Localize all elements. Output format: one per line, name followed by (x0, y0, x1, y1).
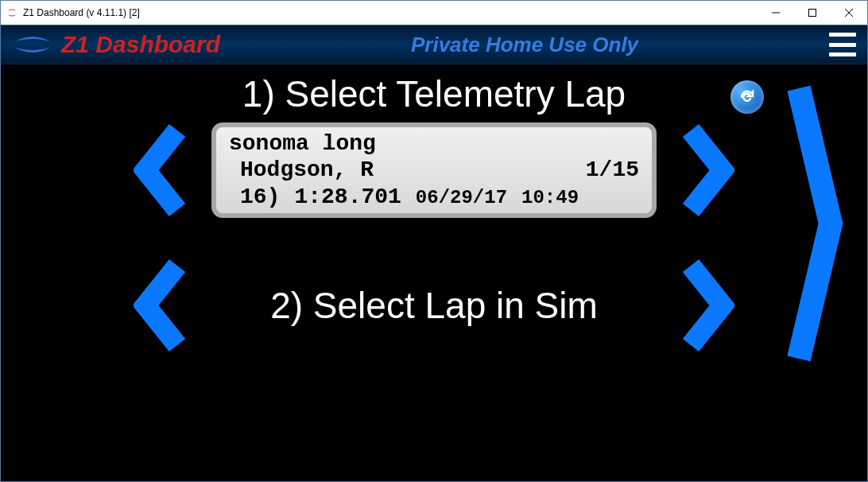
refresh-icon (738, 87, 757, 107)
telemetry-lap-box[interactable]: sonoma long Hodgson, R 1/15 16) 1:28.701… (211, 122, 657, 218)
chevron-left-icon (134, 258, 189, 353)
maximize-button[interactable] (794, 1, 831, 25)
titlebar: Z1 Dashboard (v 4.11.1) [2] (1, 1, 867, 25)
chevron-left-icon (134, 122, 189, 218)
app-icon (6, 6, 18, 19)
close-button[interactable] (831, 1, 867, 25)
lap-time: 1:28.701 (294, 184, 401, 210)
svg-rect-1 (809, 10, 816, 17)
chevron-right-icon (679, 258, 734, 353)
chevron-right-large-icon (781, 80, 845, 367)
logo-icon (12, 33, 53, 56)
page-next-button[interactable] (781, 80, 845, 367)
lap-driver-row: Hodgson, R 1/15 (229, 157, 639, 183)
sim-row: 2) Select Lap in Sim (17, 254, 851, 357)
refresh-button[interactable] (730, 80, 764, 114)
sim-next-button[interactable] (671, 254, 742, 357)
lap-number: 16) (240, 184, 280, 210)
chevron-right-icon (679, 122, 734, 218)
telemetry-prev-button[interactable] (126, 119, 197, 222)
lap-track: sonoma long (229, 130, 639, 157)
app-window: Z1 Dashboard (v 4.11.1) [2] Z1 Dashboard… (0, 0, 868, 482)
lap-time-row: 16) 1:28.701 06/29/17 10:49 (229, 184, 639, 210)
app-title: Z1 Dashboard (61, 31, 220, 58)
maximize-icon (808, 9, 816, 17)
telemetry-next-button[interactable] (671, 119, 742, 222)
hamburger-icon (829, 33, 856, 37)
menu-button[interactable] (829, 33, 856, 56)
minimize-button[interactable] (758, 1, 794, 25)
lap-date: 06/29/17 (416, 187, 507, 209)
lap-driver: Hodgson, R (240, 157, 374, 183)
close-icon (845, 9, 853, 17)
lap-time-of-day: 10:49 (521, 187, 579, 209)
header-subtitle: Private Home Use Only (220, 33, 829, 57)
lap-index: 1/15 (586, 157, 639, 183)
section1-title: 1) Select Telemetry Lap (17, 72, 851, 115)
sim-prev-button[interactable] (126, 254, 197, 357)
window-controls (758, 1, 867, 25)
window-title: Z1 Dashboard (v 4.11.1) [2] (23, 7, 758, 18)
main-content: 1) Select Telemetry Lap sonoma long Hodg… (1, 64, 867, 481)
section2-title: 2) Select Lap in Sim (211, 284, 657, 327)
logo-wrap: Z1 Dashboard (12, 31, 220, 58)
minimize-icon (772, 9, 780, 17)
app-header: Z1 Dashboard Private Home Use Only (1, 25, 867, 64)
telemetry-row: sonoma long Hodgson, R 1/15 16) 1:28.701… (17, 119, 851, 222)
